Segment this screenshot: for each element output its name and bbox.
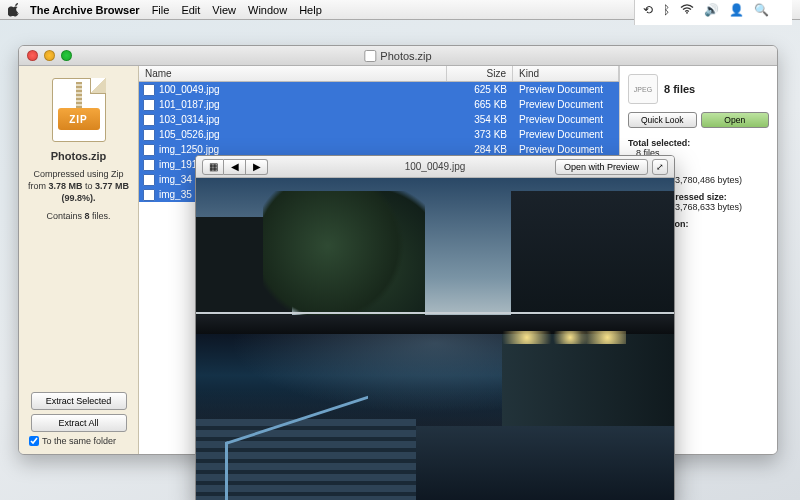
quicklook-prev-button[interactable]: ◀ [224, 159, 246, 175]
column-size[interactable]: Size [447, 66, 513, 81]
quicklook-next-button[interactable]: ▶ [246, 159, 268, 175]
bluetooth-icon[interactable]: ᛒ [663, 3, 670, 17]
file-row[interactable]: 101_0187.jpg665 KBPreview Document [139, 97, 619, 112]
title-file-icon [364, 50, 376, 62]
archive-name: Photos.zip [51, 150, 107, 162]
file-size: 665 KB [447, 99, 513, 110]
file-name: 105_0526.jpg [159, 129, 447, 140]
search-icon[interactable]: 🔍 [754, 3, 769, 17]
archive-sidebar: ZIP Photos.zip Compressed using Zip from… [19, 66, 139, 454]
svg-point-0 [686, 11, 688, 13]
filetype-thumb: JPEG [628, 74, 658, 104]
open-button[interactable]: Open [701, 112, 770, 128]
file-name: img_1250.jpg [159, 144, 447, 155]
file-size: 625 KB [447, 84, 513, 95]
wifi-icon[interactable] [680, 3, 694, 17]
minimize-button[interactable] [44, 50, 55, 61]
window-title: Photos.zip [380, 50, 431, 62]
file-kind: Preview Document [513, 114, 619, 125]
file-icon [143, 84, 155, 96]
file-size: 284 KB [447, 144, 513, 155]
archive-icon: ZIP [52, 78, 106, 142]
file-kind: Preview Document [513, 144, 619, 155]
file-size: 354 KB [447, 114, 513, 125]
menu-window[interactable]: Window [248, 4, 287, 16]
file-icon [143, 159, 155, 171]
total-selected-label: Total selected: [628, 138, 769, 148]
extract-all-button[interactable]: Extract All [31, 414, 127, 432]
file-name: 103_0314.jpg [159, 114, 447, 125]
file-kind: Preview Document [513, 84, 619, 95]
same-folder-checkbox[interactable]: To the same folder [29, 436, 116, 446]
file-name: 100_0049.jpg [159, 84, 447, 95]
quicklook-image [196, 178, 674, 500]
window-titlebar[interactable]: Photos.zip [19, 46, 777, 66]
file-icon [143, 189, 155, 201]
file-row[interactable]: 100_0049.jpg625 KBPreview Document [139, 82, 619, 97]
file-name: 101_0187.jpg [159, 99, 447, 110]
file-row[interactable]: 103_0314.jpg354 KBPreview Document [139, 112, 619, 127]
column-headers[interactable]: Name Size Kind [139, 66, 619, 82]
zoom-button[interactable] [61, 50, 72, 61]
menu-view[interactable]: View [212, 4, 236, 16]
quicklook-fullscreen-button[interactable]: ⤢ [652, 159, 668, 175]
spotlight-icon[interactable]: 👤 [729, 3, 744, 17]
quicklook-toolbar[interactable]: ▦ ◀ ▶ 100_0049.jpg Open with Preview ⤢ [196, 156, 674, 178]
menu-edit[interactable]: Edit [181, 4, 200, 16]
column-kind[interactable]: Kind [513, 66, 619, 81]
menu-file[interactable]: File [152, 4, 170, 16]
file-kind: Preview Document [513, 129, 619, 140]
file-icon [143, 174, 155, 186]
file-kind: Preview Document [513, 99, 619, 110]
volume-icon[interactable]: 🔊 [704, 3, 719, 17]
timemachine-icon[interactable]: ⟲ [643, 3, 653, 17]
apple-menu-icon[interactable] [8, 3, 22, 17]
quicklook-button[interactable]: Quick Look [628, 112, 697, 128]
archive-description: Compressed using Zip from 3.78 MB to 3.7… [28, 168, 129, 204]
extract-selected-button[interactable]: Extract Selected [31, 392, 127, 410]
file-size: 373 KB [447, 129, 513, 140]
quicklook-grid-button[interactable]: ▦ [202, 159, 224, 175]
file-icon [143, 114, 155, 126]
file-icon [143, 129, 155, 141]
file-icon [143, 144, 155, 156]
file-icon [143, 99, 155, 111]
selection-count: 8 files [664, 83, 695, 95]
system-menubar: The Archive Browser File Edit View Windo… [0, 0, 800, 20]
file-row[interactable]: 105_0526.jpg373 KBPreview Document [139, 127, 619, 142]
archive-filecount: Contains 8 files. [46, 210, 110, 222]
app-name[interactable]: The Archive Browser [30, 4, 140, 16]
column-name[interactable]: Name [139, 66, 447, 81]
close-button[interactable] [27, 50, 38, 61]
open-with-preview-button[interactable]: Open with Preview [555, 159, 648, 175]
menu-help[interactable]: Help [299, 4, 322, 16]
quicklook-title: 100_0049.jpg [405, 161, 466, 172]
quicklook-window: ▦ ◀ ▶ 100_0049.jpg Open with Preview ⤢ [195, 155, 675, 500]
